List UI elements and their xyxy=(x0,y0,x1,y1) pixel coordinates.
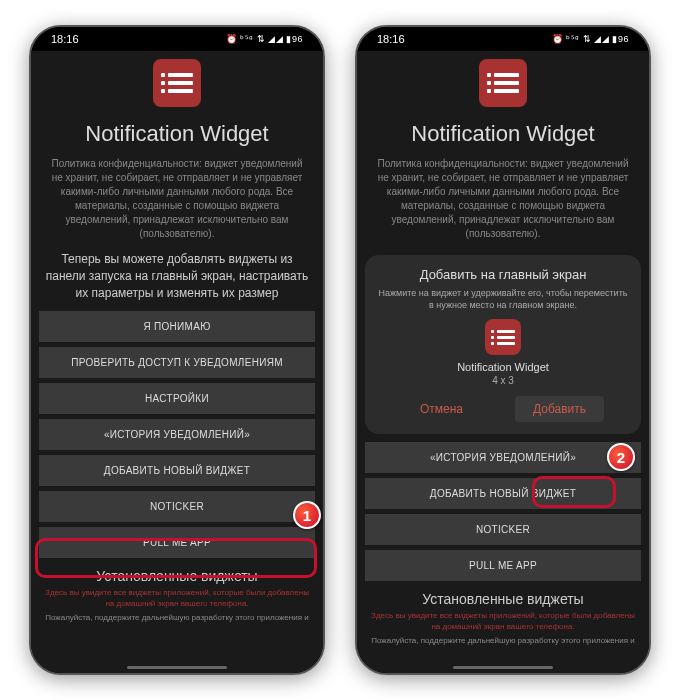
installed-widgets-title: Установленные виджеты xyxy=(357,591,649,607)
status-time: 18:16 xyxy=(377,33,405,45)
installed-widgets-note: Здесь вы увидите все виджеты приложений,… xyxy=(357,611,649,632)
home-indicator[interactable] xyxy=(127,666,227,669)
history-button[interactable]: «ИСТОРИЯ УВЕДОМЛЕНИЙ» xyxy=(365,442,641,473)
dialog-actions: Отмена Добавить xyxy=(375,396,631,422)
phone-left: 18:16 ⏰ ᵇ⁵ᵍ ⇅ ◢◢ ▮96 Notification Widget… xyxy=(29,25,325,675)
ok-button[interactable]: Я ПОНИМАЮ xyxy=(39,311,315,342)
add-widget-button[interactable]: ДОБАВИТЬ НОВЫЙ ВИДЖЕТ xyxy=(39,455,315,486)
privacy-policy-text: Политика конфиденциальности: виджет увед… xyxy=(357,157,649,241)
support-note: Пожалуйста, поддержите дальнейшую разраб… xyxy=(31,609,323,622)
widget-name: Notification Widget xyxy=(375,361,631,373)
widget-size: 4 x 3 xyxy=(375,375,631,386)
noticker-button[interactable]: NOTICKER xyxy=(39,491,315,522)
pullme-button[interactable]: PULL ME APP xyxy=(365,550,641,581)
screen-right: Notification Widget Политика конфиденциа… xyxy=(357,51,649,673)
pullme-button[interactable]: PULL ME APP xyxy=(39,527,315,558)
app-logo-icon xyxy=(479,59,527,107)
dialog-add-button[interactable]: Добавить xyxy=(515,396,604,422)
settings-button[interactable]: НАСТРОЙКИ xyxy=(39,383,315,414)
check-access-button[interactable]: ПРОВЕРИТЬ ДОСТУП К УВЕДОМЛЕНИЯМ xyxy=(39,347,315,378)
status-bar: 18:16 ⏰ ᵇ⁵ᵍ ⇅ ◢◢ ▮96 xyxy=(357,27,649,51)
app-title: Notification Widget xyxy=(357,121,649,147)
status-time: 18:16 xyxy=(51,33,79,45)
support-note: Пожалуйста, поддержите дальнейшую разраб… xyxy=(357,632,649,645)
phone-right: 18:16 ⏰ ᵇ⁵ᵍ ⇅ ◢◢ ▮96 Notification Widget… xyxy=(355,25,651,675)
intro-text: Теперь вы можете добавлять виджеты из па… xyxy=(31,251,323,301)
dialog-cancel-button[interactable]: Отмена xyxy=(402,396,481,422)
installed-widgets-note: Здесь вы увидите все виджеты приложений,… xyxy=(31,588,323,609)
noticker-button[interactable]: NOTICKER xyxy=(365,514,641,545)
add-widget-button[interactable]: ДОБАВИТЬ НОВЫЙ ВИДЖЕТ xyxy=(365,478,641,509)
button-list: Я ПОНИМАЮ ПРОВЕРИТЬ ДОСТУП К УВЕДОМЛЕНИЯ… xyxy=(31,311,323,558)
privacy-policy-text: Политика конфиденциальности: виджет увед… xyxy=(31,157,323,241)
dialog-title: Добавить на главный экран xyxy=(375,267,631,282)
history-button[interactable]: «ИСТОРИЯ УВЕДОМЛЕНИЙ» xyxy=(39,419,315,450)
installed-widgets-title: Установленные виджеты xyxy=(31,568,323,584)
status-icons: ⏰ ᵇ⁵ᵍ ⇅ ◢◢ ▮96 xyxy=(552,34,629,44)
home-indicator[interactable] xyxy=(453,666,553,669)
button-list: «ИСТОРИЯ УВЕДОМЛЕНИЙ» ДОБАВИТЬ НОВЫЙ ВИД… xyxy=(357,442,649,581)
widget-preview-icon[interactable] xyxy=(485,319,521,355)
screen-left: Notification Widget Политика конфиденциа… xyxy=(31,51,323,673)
status-icons: ⏰ ᵇ⁵ᵍ ⇅ ◢◢ ▮96 xyxy=(226,34,303,44)
app-title: Notification Widget xyxy=(31,121,323,147)
add-homescreen-dialog: Добавить на главный экран Нажмите на вид… xyxy=(365,255,641,434)
dialog-subtitle: Нажмите на виджет и удерживайте его, что… xyxy=(375,288,631,311)
app-logo-icon xyxy=(153,59,201,107)
status-bar: 18:16 ⏰ ᵇ⁵ᵍ ⇅ ◢◢ ▮96 xyxy=(31,27,323,51)
